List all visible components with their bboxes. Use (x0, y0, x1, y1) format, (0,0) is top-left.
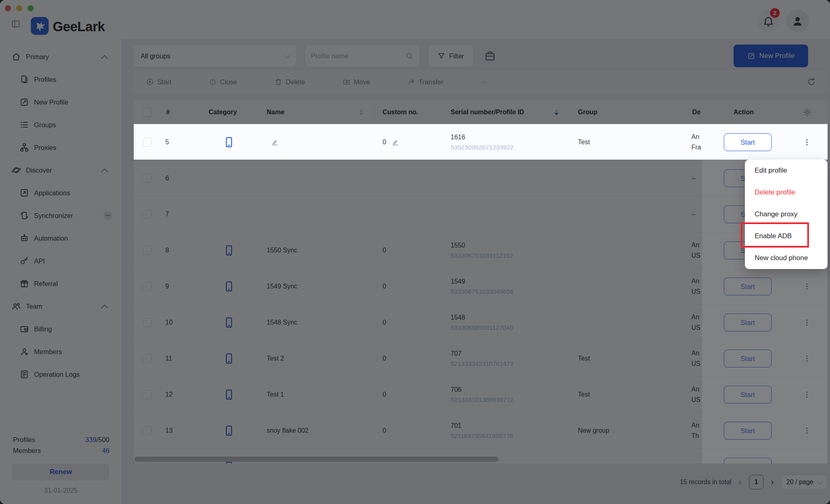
row-checkbox[interactable] (143, 210, 152, 219)
device-line1: An (691, 384, 702, 395)
sidebar-item-label: Team (26, 303, 42, 310)
row-checkbox[interactable] (143, 354, 152, 363)
bulk-action-icon (407, 78, 415, 86)
chevron-up-icon[interactable] (101, 169, 108, 175)
group-filter-select[interactable]: All groups (134, 45, 297, 67)
column-header-name[interactable]: Name (267, 109, 285, 116)
row-checkbox[interactable] (143, 246, 152, 255)
cloud-phone-icon (225, 353, 233, 364)
refresh-icon[interactable] (806, 77, 816, 87)
context-menu-item[interactable]: Enable ADB (745, 225, 828, 247)
members-count-label: Members (13, 447, 41, 455)
serial-number: 706 (451, 386, 462, 393)
sidebar-item-icon (19, 188, 29, 198)
kebab-menu-icon[interactable] (802, 426, 811, 435)
table-row: 13 snoy flake 002 0 701 5211642358419957… (134, 413, 828, 449)
select-all-checkbox[interactable] (143, 108, 152, 117)
sidebar-item[interactable]: Referral (0, 272, 122, 295)
row-checkbox[interactable] (143, 318, 152, 327)
group-name: Test (578, 391, 590, 398)
kebab-menu-icon[interactable] (802, 390, 811, 399)
filter-button[interactable]: Filter (428, 45, 473, 67)
context-menu-item[interactable]: Change proxy (745, 203, 828, 225)
sidebar-item[interactable]: New Profile (0, 91, 122, 113)
sidebar-item[interactable]: Automation (0, 227, 122, 250)
sidebar-item[interactable]: Primary (0, 45, 122, 68)
row-number: 13 (165, 427, 173, 434)
kebab-menu-icon[interactable] (802, 462, 811, 463)
edit-custom-no-icon[interactable] (391, 138, 399, 146)
sidebar-item[interactable]: Discover (0, 159, 122, 182)
start-button[interactable]: Start (724, 386, 772, 404)
profile-id: 533306685591127040 (451, 322, 513, 332)
column-header-serial[interactable]: Serial number/Profile ID (451, 109, 524, 116)
name-sort-control[interactable] (359, 109, 363, 115)
sidebar-item-label: Operation Logs (34, 371, 80, 378)
avatar[interactable] (786, 10, 809, 32)
table-row: 12 Test 1 0 706 521333101389939712 Test … (134, 377, 828, 413)
archive-icon[interactable] (483, 49, 497, 63)
kebab-menu-icon[interactable] (802, 318, 811, 327)
custom-no-value: 0 (383, 319, 386, 326)
device-line2: US (691, 322, 702, 333)
macos-zoom-button[interactable] (28, 5, 34, 11)
profile-name: 1548 Sync (267, 319, 297, 326)
action-cell: Start (702, 413, 828, 448)
current-page[interactable]: 1 (749, 475, 764, 489)
sidebar-item[interactable]: Applications (0, 182, 122, 204)
row-checkbox[interactable] (143, 426, 152, 435)
context-menu-item[interactable]: New cloud phone (745, 247, 828, 269)
bulk-action-button[interactable]: Transfer (407, 78, 443, 86)
sidebar-toggle-icon[interactable] (11, 19, 21, 29)
bulk-action-button[interactable]: Close (209, 78, 237, 86)
macos-minimize-button[interactable] (16, 5, 22, 11)
context-menu-item[interactable]: Edit profile (745, 160, 828, 182)
sidebar-item[interactable]: Operation Logs (0, 363, 122, 386)
row-checkbox[interactable] (143, 282, 152, 291)
start-button[interactable]: Start (724, 278, 772, 295)
row-checkbox[interactable] (143, 390, 152, 399)
profile-name-cell: snoy flake 002 (267, 427, 308, 434)
prev-page-button[interactable]: ‹ (739, 477, 742, 487)
bulk-action-icon (342, 78, 351, 86)
start-button[interactable]: Start (724, 314, 772, 331)
row-checkbox[interactable] (143, 462, 152, 463)
sidebar-item[interactable]: Billing (0, 318, 122, 340)
sidebar-item[interactable]: Team (0, 295, 122, 318)
start-button[interactable]: Start (724, 133, 772, 151)
context-menu-item[interactable]: Delete profile (745, 182, 828, 203)
sidebar-item[interactable]: Synchronizer (0, 204, 122, 227)
sidebar-item-icon (19, 279, 29, 288)
start-button[interactable]: Start (724, 422, 772, 440)
profile-id: 533306751039112192 (451, 250, 513, 260)
sidebar-item[interactable]: Profiles (0, 68, 122, 91)
row-checkbox[interactable] (143, 138, 152, 147)
kebab-menu-icon[interactable] (802, 282, 811, 291)
profile-name-search-input[interactable]: Profile name (305, 45, 420, 67)
start-button[interactable]: Start (724, 350, 772, 367)
bulk-action-button[interactable]: Move (342, 78, 370, 86)
sidebar-item[interactable]: API (0, 250, 122, 272)
sidebar-item[interactable]: Groups (0, 113, 122, 136)
gear-icon[interactable] (802, 107, 812, 117)
kebab-menu-icon[interactable] (802, 354, 811, 363)
bulk-action-button[interactable]: Start (146, 78, 171, 86)
macos-close-button[interactable] (5, 5, 11, 11)
chevron-up-icon[interactable] (101, 305, 108, 312)
bulk-action-button[interactable]: Delete (274, 78, 305, 86)
new-profile-button[interactable]: New Profile (734, 45, 808, 67)
custom-no-value: 0 (383, 355, 386, 362)
next-page-button[interactable]: › (771, 477, 774, 487)
serial-sort-control[interactable] (554, 109, 558, 115)
kebab-menu-icon[interactable] (802, 138, 811, 147)
edit-name-icon[interactable] (271, 138, 279, 146)
sidebar-item[interactable]: Members (0, 340, 122, 363)
bulk-action-button[interactable]: ⋯ (481, 78, 488, 86)
sidebar-item[interactable]: Proxies (0, 136, 122, 159)
horizontal-scrollbar[interactable] (135, 457, 498, 462)
chevron-up-icon[interactable] (101, 55, 108, 62)
row-checkbox[interactable] (143, 174, 152, 183)
page-size-select[interactable]: 20 / page (781, 475, 828, 489)
start-button[interactable]: Start (724, 458, 772, 463)
renew-button[interactable]: Renew (12, 463, 109, 481)
